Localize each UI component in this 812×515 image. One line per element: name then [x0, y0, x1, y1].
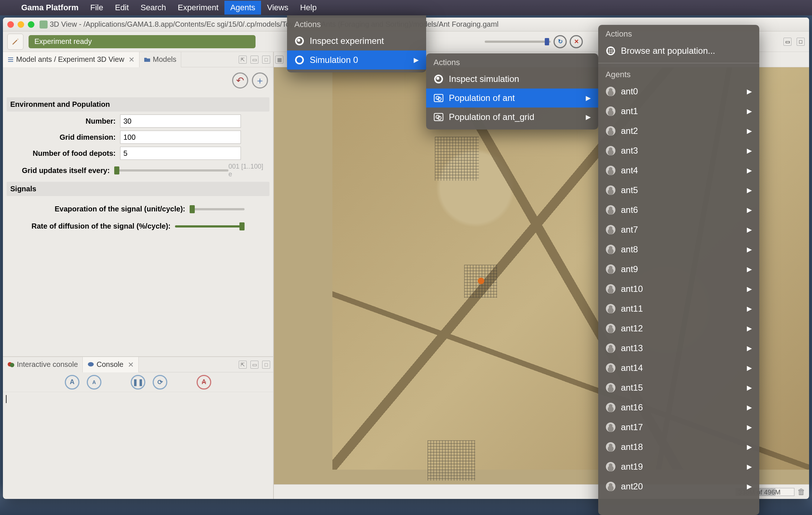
view-max-icon[interactable]: □: [797, 38, 805, 46]
target-icon: [295, 37, 304, 45]
console-min-icon[interactable]: ▭: [250, 361, 258, 369]
tab-models[interactable]: Models: [139, 52, 181, 67]
agent-item-ant2[interactable]: ant2▶: [598, 121, 759, 141]
stop-button[interactable]: ✕: [570, 35, 583, 48]
console-output[interactable]: [3, 392, 273, 499]
font-inc-button[interactable]: A: [65, 375, 79, 390]
inspect-experiment-item[interactable]: Inspect experiment: [287, 31, 426, 50]
menu-views[interactable]: Views: [261, 1, 294, 15]
m3-section-agents: Agents: [598, 65, 759, 82]
agent-item-ant5[interactable]: ant5▶: [598, 180, 759, 200]
menu-search[interactable]: Search: [135, 1, 172, 15]
person-icon: [606, 106, 615, 116]
tab-interactive-console[interactable]: Interactive console: [3, 357, 83, 372]
chevron-right-icon: ▶: [747, 87, 752, 95]
window-minimize-icon[interactable]: [18, 21, 24, 28]
agent-label: ant10: [621, 284, 643, 294]
person-icon: [606, 166, 615, 175]
speed-slider[interactable]: [485, 41, 551, 43]
tab-console[interactable]: Console ✕: [83, 357, 139, 372]
population-ant-item[interactable]: Population of ant ▶: [426, 89, 598, 108]
console-collapse-icon[interactable]: ⇱: [239, 361, 247, 369]
chevron-right-icon: ▶: [747, 285, 752, 293]
agent-item-ant14[interactable]: ant14▶: [598, 358, 759, 378]
simulation-0-item[interactable]: Simulation 0 ▶: [287, 50, 426, 69]
food-input[interactable]: [120, 147, 241, 160]
person-icon: [606, 185, 615, 195]
agent-label: ant8: [621, 244, 638, 255]
agent-item-ant0[interactable]: ant0▶: [598, 82, 759, 101]
person-icon: [606, 403, 615, 412]
console-max-icon[interactable]: □: [262, 361, 270, 369]
agent-label: ant4: [621, 165, 638, 176]
diff-slider[interactable]: [175, 225, 245, 228]
view-min-icon[interactable]: ▭: [783, 38, 791, 46]
browse-population-item[interactable]: Browse ant population...: [598, 41, 759, 61]
agent-item-ant7[interactable]: ant7▶: [598, 220, 759, 240]
agent-item-ant4[interactable]: ant4▶: [598, 161, 759, 180]
window-close-icon[interactable]: [7, 21, 14, 28]
evap-slider[interactable]: [190, 208, 245, 210]
agent-item-ant8[interactable]: ant8▶: [598, 240, 759, 259]
console-close-icon[interactable]: ✕: [128, 360, 134, 369]
agent-item-ant19[interactable]: ant19▶: [598, 457, 759, 477]
agent-item-ant10[interactable]: ant10▶: [598, 279, 759, 299]
agent-item-ant16[interactable]: ant16▶: [598, 398, 759, 417]
agent-item-ant20[interactable]: ant20▶: [598, 477, 759, 496]
chevron-right-icon: ▶: [747, 305, 752, 313]
menu-help[interactable]: Help: [294, 1, 323, 15]
menu-file[interactable]: File: [85, 1, 109, 15]
clear-button[interactable]: A: [197, 375, 211, 390]
agent-item-ant3[interactable]: ant3▶: [598, 141, 759, 161]
view-tool-1-icon[interactable]: ▦: [275, 56, 283, 64]
diff-label: Rate of diffusion of the signal (%/cycle…: [7, 222, 175, 230]
person-icon: [606, 205, 615, 215]
agent-item-ant15[interactable]: ant15▶: [598, 378, 759, 398]
chevron-right-icon: ▶: [747, 147, 752, 155]
grid-label: Grid dimension:: [7, 133, 120, 142]
app-name[interactable]: Gama Platform: [15, 3, 85, 12]
menu-experiment[interactable]: Experiment: [172, 1, 224, 15]
minimize-pane-icon[interactable]: ▭: [250, 56, 258, 64]
edit-button[interactable]: [7, 34, 23, 50]
grid-input[interactable]: [120, 131, 241, 144]
menu-agents[interactable]: Agents: [224, 1, 261, 15]
revert-button[interactable]: ↶: [232, 72, 248, 89]
maximize-pane-icon[interactable]: □: [262, 56, 270, 64]
add-button[interactable]: ＋: [252, 72, 268, 89]
update-slider[interactable]: [114, 169, 228, 172]
mac-menubar: Gama Platform File Edit Search Experimen…: [0, 0, 812, 15]
agent-item-ant1[interactable]: ant1▶: [598, 101, 759, 121]
grid-icon: [606, 46, 615, 55]
collapse-icon[interactable]: ⇱: [239, 56, 247, 64]
inspect-simulation-item[interactable]: Inspect simulation: [426, 69, 598, 89]
agent-item-ant9[interactable]: ant9▶: [598, 259, 759, 279]
agent-label: ant19: [621, 462, 643, 472]
reload-button[interactable]: ↻: [554, 35, 567, 48]
chevron-right-icon: ▶: [747, 226, 752, 234]
pause-button[interactable]: ❚❚: [131, 375, 145, 390]
tab-close-icon[interactable]: ✕: [128, 55, 135, 64]
window-zoom-icon[interactable]: [28, 21, 34, 28]
number-input[interactable]: [120, 114, 241, 128]
status-badge: Experiment ready: [29, 35, 256, 48]
agent-label: ant1: [621, 106, 638, 116]
refresh-button[interactable]: ⟳: [153, 375, 167, 390]
person-icon: [606, 225, 615, 234]
person-icon: [606, 482, 615, 491]
tab-model-ants[interactable]: Model ants / Experiment 3D View ✕: [3, 52, 139, 67]
menu-edit[interactable]: Edit: [109, 1, 135, 15]
person-icon: [606, 462, 615, 471]
gc-button[interactable]: 🗑: [797, 487, 805, 497]
font-dec-button[interactable]: A: [87, 375, 101, 390]
agent-item-ant18[interactable]: ant18▶: [598, 437, 759, 457]
evap-label: Evaporation of the signal (unit/cycle):: [7, 205, 190, 213]
agent-item-ant13[interactable]: ant13▶: [598, 338, 759, 358]
population-antgrid-item[interactable]: Population of ant_grid ▶: [426, 108, 598, 127]
population-ant-label: Population of ant: [449, 93, 515, 103]
agent-item-ant6[interactable]: ant6▶: [598, 200, 759, 220]
agent-item-ant17[interactable]: ant17▶: [598, 417, 759, 437]
agent-item-ant11[interactable]: ant11▶: [598, 299, 759, 319]
number-label: Number:: [7, 117, 120, 125]
agent-item-ant12[interactable]: ant12▶: [598, 319, 759, 338]
